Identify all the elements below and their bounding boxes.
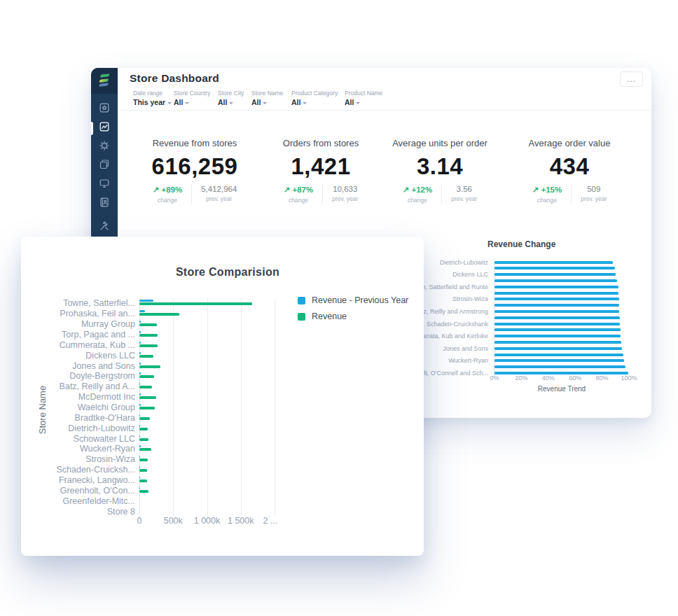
x-tick-label: 500k (164, 516, 183, 526)
kpi-change-value: ↗ +89% (153, 185, 183, 195)
axis-category-label: Wuckert-Ryan (16, 444, 135, 454)
monitor-icon[interactable] (99, 178, 110, 189)
filter-date-range[interactable]: Date rangeThis year (133, 90, 172, 106)
axis-category-label: Jones and Sons (16, 361, 135, 371)
trend-up-arrow-icon: ↗ (532, 186, 541, 194)
bar-revenue-trend (494, 279, 617, 282)
kpi-prev-label: prev. year (201, 195, 237, 202)
x-tick-label: 60% (569, 374, 581, 382)
bar-revenue (139, 407, 155, 410)
filter-product-name[interactable]: Product NameAll (345, 90, 382, 106)
filter-store-country[interactable]: Store CountryAll (174, 90, 210, 106)
filter-product-category[interactable]: Product CategoryAll (291, 90, 338, 106)
legend-label: Revenue (312, 312, 347, 321)
bar-revenue-previous-year (139, 300, 153, 302)
kpi-title: Average units per order (370, 138, 510, 148)
legend-swatch (298, 313, 305, 321)
bar-revenue (139, 313, 179, 316)
logo-icon (98, 74, 111, 89)
filter-label: Product Name (345, 90, 382, 97)
bar-revenue-previous-year (139, 435, 140, 438)
tools-icon[interactable] (99, 220, 110, 232)
bar-revenue-previous-year (139, 414, 140, 416)
bar-revenue-trend (494, 335, 621, 337)
bar-revenue-trend (494, 261, 613, 264)
chart-icon[interactable] (99, 121, 110, 132)
x-tick-label: 80% (596, 374, 609, 382)
x-tick-label: 0% (490, 374, 499, 382)
bar-revenue-trend (494, 341, 621, 344)
pages-icon[interactable] (99, 159, 110, 170)
kpi-card: Average units per order3.14↗ +12%change3… (370, 138, 510, 204)
kpi-prev: 10,633prev. year (323, 185, 358, 202)
bar-revenue (139, 355, 153, 358)
store-comparison-card: Store Comparision Revenue - Previous Yea… (21, 237, 424, 556)
bar-revenue-previous-year (139, 425, 140, 427)
bar-revenue (139, 323, 157, 326)
kpi-card: Revenue from stores616,259↗ +89%change5,… (125, 138, 265, 204)
filter-store-name[interactable]: Store NameAll (251, 90, 283, 106)
bar-revenue (139, 417, 150, 420)
bar-revenue-previous-year (139, 352, 141, 354)
axis-category-label: Cummerata, Kub ... (16, 340, 135, 350)
bar-revenue-previous-year (139, 404, 141, 406)
legend-item[interactable]: Revenue (298, 312, 408, 321)
kpi-value: 616,259 (125, 153, 265, 180)
more-options-button[interactable]: ... (620, 71, 643, 87)
bar-revenue (139, 479, 147, 482)
kpi-change: ↗ +89%change (153, 185, 193, 204)
filter-label: Product Category (291, 90, 338, 97)
chart-legend: Revenue - Previous YearRevenue (298, 295, 408, 328)
app-logo[interactable] (91, 68, 118, 94)
axis-category-label: Dietrich-Lubowitz (16, 424, 135, 433)
filter-value: All (174, 98, 210, 106)
chevron-down-icon (167, 102, 172, 104)
kpi-change-label: change (284, 197, 314, 204)
axis-category-label: Prohaska, Feil an... (16, 309, 135, 318)
bar-revenue (139, 375, 154, 378)
axis-category-label: Store 8 (16, 507, 135, 517)
trend-up-arrow-icon: ↗ (403, 186, 412, 194)
kpi-prev-value: 5,412,964 (201, 185, 237, 193)
bar-revenue-previous-year (139, 466, 140, 468)
chevron-down-icon (356, 102, 360, 104)
bar-revenue-trend (494, 267, 615, 270)
bar-revenue-previous-year (139, 487, 140, 489)
legend-item[interactable]: Revenue - Previous Year (298, 295, 408, 305)
bar-revenue (139, 302, 252, 305)
bar-revenue-trend (494, 354, 623, 356)
axis-category-label: Towne, Satterfiel... (16, 298, 135, 308)
filter-value: All (218, 98, 244, 106)
filter-store-city[interactable]: Store CityAll (218, 90, 244, 106)
kpi-prev-value: 3.56 (451, 185, 477, 193)
bar-revenue-previous-year (139, 393, 141, 396)
axis-category-label: Schaden-Cruicksh... (16, 465, 135, 475)
bar-revenue (139, 469, 147, 472)
address-book-icon[interactable] (99, 197, 110, 208)
badge-icon[interactable] (99, 102, 110, 113)
bar-revenue (139, 334, 158, 337)
axis-category-label: Strosin-Wiza (16, 454, 135, 464)
trend-up-arrow-icon: ↗ (284, 186, 293, 194)
bar-revenue (139, 365, 160, 368)
bar-revenue (139, 344, 158, 347)
bar-revenue-trend (494, 292, 618, 295)
x-tick-label: 2 ... (263, 516, 278, 526)
bar-revenue (139, 428, 148, 430)
axis-category-label: Torp, Pagac and ... (16, 330, 135, 340)
kpi-change: ↗ +87%change (284, 185, 324, 204)
gridline (207, 298, 208, 517)
kpi-change: ↗ +15%change (532, 185, 572, 204)
bar-revenue-trend (494, 298, 619, 300)
kpi-prev-value: 509 (581, 185, 607, 193)
filter-label: Store Name (251, 90, 283, 97)
bar-revenue-trend (494, 273, 616, 276)
bar-revenue-previous-year (139, 477, 140, 479)
x-tick-label: 40% (542, 374, 555, 382)
axis-category-label: Schowalter LLC (16, 434, 135, 444)
axis-category-label: Batz, Reilly and A... (16, 382, 135, 391)
active-nav-indicator (91, 122, 93, 135)
axis-category-label: Doyle-Bergstrom (16, 371, 135, 381)
gear-icon[interactable] (99, 140, 110, 151)
kpi-change: ↗ +12%change (403, 185, 443, 204)
